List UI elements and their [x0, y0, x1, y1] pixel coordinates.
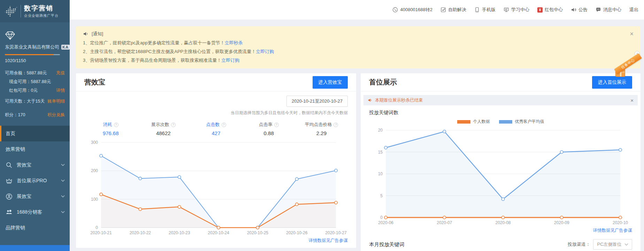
shouwei-title: 首位展示: [369, 77, 397, 87]
chevron-down-icon: [61, 179, 65, 182]
yxb-detail-link[interactable]: 详情数据见广告参谋: [76, 237, 356, 248]
svg-text:2020-10: 2020-10: [613, 220, 628, 225]
checkbox-icon: [440, 7, 446, 13]
self-service[interactable]: 自助解决: [440, 7, 466, 13]
crown-icon: [6, 177, 13, 184]
help-icon[interactable]: ?: [171, 123, 176, 127]
sidebar-item-1688-fenxiaoke[interactable]: 1688分销客: [0, 204, 70, 220]
notice-tag-label: [通知]: [92, 31, 103, 37]
phone-circle-icon: [392, 7, 398, 13]
task-center-ribbon[interactable]: 任务中心: [614, 53, 642, 74]
svg-text:100: 100: [91, 197, 98, 202]
sidebar-section-effect-marketing[interactable]: 效果营销: [0, 141, 70, 157]
svg-text:2020-10-21: 2020-10-21: [90, 230, 112, 235]
stat-label: 点击数: [206, 121, 220, 128]
chevron-down-icon: [61, 195, 65, 198]
svg-text:2020-09: 2020-09: [554, 220, 569, 225]
stat-consume: 消耗? 976.68: [84, 121, 137, 136]
stat-value: 0.88: [243, 130, 295, 136]
self-service-label: 自助解决: [448, 7, 466, 13]
cash-label: 现金可用：5887.88元: [9, 77, 51, 86]
svg-text:2020-10-24: 2020-10-24: [208, 230, 229, 235]
people-icon: [6, 209, 13, 216]
learning-center[interactable]: 学习中心: [504, 7, 529, 13]
notice-line: 3、营销场景智投方案，基于商品生命周期场景，获取搜索精准流量！立即订购: [83, 57, 634, 63]
order-link[interactable]: 立即订购: [256, 49, 274, 54]
notice-line: 1、定位推广，提前锁定pc及app更多确定性流量，赢占双十一备货节！立即秒杀: [83, 40, 634, 46]
sidebar-section-label: 品牌营销: [6, 225, 25, 231]
legend-label: 优秀客户平均值: [515, 119, 544, 125]
brand-title: 数字营销: [24, 5, 59, 12]
sidebar-section-brand-marketing[interactable]: 品牌营销: [0, 220, 70, 236]
diamond-icon: [5, 31, 65, 40]
sidebar-item-label: 首位展示PRO: [17, 178, 47, 184]
legend-personal: 个人数据: [457, 119, 490, 125]
horn-icon: [571, 7, 576, 13]
person-circle-icon: [6, 193, 13, 200]
account-summary: 东莞基业文具制品有限公司 KA 1020/1150: [0, 22, 70, 63]
monthly-keywords-label: 本月投放关键词: [369, 241, 405, 248]
sidebar-item-label: 首页: [6, 131, 15, 137]
company-name: 东莞基业文具制品有限公司: [5, 44, 59, 50]
enter-shouwei-button[interactable]: 进入首位展示: [592, 76, 632, 89]
task-center-badge[interactable]: × 任务中心: [613, 52, 640, 77]
sidebar-item-yingxiaobao[interactable]: 营效宝: [0, 157, 70, 173]
sidebar-item-zhanxiaobao[interactable]: 展效宝: [0, 189, 70, 204]
points-exchange-link[interactable]: 积分兑换: [47, 111, 65, 119]
channel-select[interactable]: PC左侧首位: [593, 239, 632, 250]
help-icon[interactable]: ?: [114, 123, 118, 127]
svg-text:2020-06: 2020-06: [378, 220, 393, 225]
recharge-link[interactable]: 充值: [56, 69, 65, 77]
yingxiaobao-title: 营效宝: [84, 77, 105, 87]
ka-badge: KA: [61, 45, 70, 50]
announcement[interactable]: 公告: [571, 7, 588, 13]
topbar: 4008001688转2 自助解决 手机版 学习中心 ¥ 红包中心: [70, 0, 644, 20]
sidebar-item-shouwei-pro[interactable]: 首位展示PRO: [0, 173, 70, 189]
enter-yingxiaobao-button[interactable]: 进入营效宝: [313, 76, 348, 89]
sidebar-bottom-strip: [0, 245, 70, 251]
notice-banner: [通知] 1、定位推广，提前锁定pc及app更多确定性流量，赢占双十一备货节！立…: [76, 26, 641, 68]
logo-block: 数字营销 企业全链路推广平台: [0, 0, 70, 22]
help-icon[interactable]: ?: [222, 123, 226, 127]
stat-label: 展示次数: [151, 121, 169, 128]
help-icon[interactable]: ?: [334, 123, 338, 127]
channel-value: PC左侧首位: [597, 241, 621, 248]
balance-label: 可用余额：5887.88元: [5, 69, 47, 77]
close-icon[interactable]: ×: [630, 30, 634, 38]
points-label: 积分：170: [5, 111, 25, 119]
sidebar-item-home[interactable]: 首页: [0, 126, 70, 141]
redpacket-balance-label: 红包可用：0元: [9, 86, 38, 95]
learning-center-label: 学习中心: [511, 7, 529, 13]
order-link[interactable]: 立即订购: [221, 58, 239, 63]
speaker-icon: [83, 31, 89, 37]
shouwei-alert: 本期首位展示秒杀已结束 ×: [363, 95, 638, 105]
stat-label: 消耗: [103, 121, 112, 128]
svg-text:15: 15: [378, 150, 383, 155]
swzs-detail-link[interactable]: 详情数据见广告参谋: [361, 227, 641, 238]
mobile-version[interactable]: 手机版: [474, 7, 496, 13]
stat-value: 2.29: [295, 130, 348, 136]
seckill-link[interactable]: 立即秒杀: [225, 40, 243, 45]
message-center[interactable]: 消息中心: [596, 7, 621, 13]
logout-button[interactable]: 退出: [629, 7, 638, 13]
notice-line: 2、主搜引流包，帮您锁定1688PC主搜左侧及APP主搜核心位置，获取更多优质流…: [83, 49, 634, 54]
svg-text:2020-07: 2020-07: [437, 220, 452, 225]
brand-text: 数字营销 企业全链路推广平台: [24, 5, 59, 18]
bill-detail-link[interactable]: 账单明细: [47, 97, 65, 106]
stat-avg-cpc: 平均点击价格? 2.29: [295, 121, 348, 136]
legend-label: 个人数据: [473, 119, 490, 125]
detail-link[interactable]: 详情: [56, 86, 65, 95]
brand-subtitle: 企业全链路推广平台: [24, 13, 59, 18]
svg-text:2020-10-23: 2020-10-23: [169, 230, 190, 235]
svg-text:5: 5: [380, 193, 383, 198]
keyword-trend-chart: 051015202020-062020-072020-082020-092020…: [369, 125, 632, 227]
redpacket-center[interactable]: ¥ 红包中心: [537, 7, 563, 13]
quota-text: 1020/1150: [5, 58, 65, 63]
date-range-picker[interactable]: 2020-10-21至2020-10-27: [286, 96, 348, 107]
close-icon[interactable]: ×: [630, 97, 634, 103]
chevron-down-icon: [624, 243, 628, 246]
help-icon[interactable]: ?: [274, 123, 279, 127]
svg-text:2020-10-25: 2020-10-25: [247, 230, 269, 235]
sidebar-item-label: 营效宝: [17, 162, 31, 168]
keyword-count-label: 投放关键词数: [369, 110, 632, 116]
